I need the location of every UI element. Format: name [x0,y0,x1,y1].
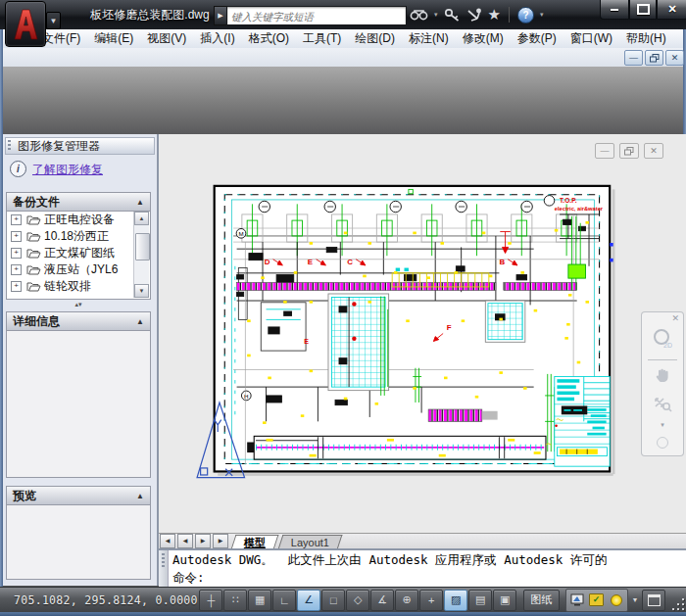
drawing-status-check-icon[interactable]: ✓ [589,592,605,608]
expand-icon[interactable]: + [11,214,22,225]
learn-recovery-link[interactable]: 了解图形修复 [32,162,103,178]
pan-hand-icon[interactable] [654,366,671,388]
expand-icon[interactable]: + [11,248,22,259]
doc-minimize-icon[interactable]: — [624,50,643,66]
tree-scrollbar[interactable]: ▲ ▼ [133,212,149,298]
transparency-button[interactable]: ▨ [444,590,467,611]
app-menu-caret[interactable]: ▼ [46,12,61,29]
help-icon[interactable]: ? [517,7,534,24]
backup-files-header[interactable]: 备份文件 ▲ [6,192,151,212]
dynamic-ucs-button[interactable]: ⊕ [395,590,418,611]
autocad-app-button[interactable] [5,1,46,47]
close-button[interactable]: ✕ [657,0,686,20]
section-letter: D [265,258,270,266]
menu-view[interactable]: 视图(V) [140,29,193,48]
command-grip[interactable] [159,550,169,587]
help-search-box[interactable] [226,6,407,25]
navbar-menu-icon[interactable] [657,437,668,449]
resize-grip[interactable] [671,596,684,610]
expand-icon[interactable]: + [11,281,22,292]
grid-button[interactable]: ▦ [248,590,271,611]
panel-splitter[interactable]: ▴▾ [6,300,151,310]
search-input[interactable] [227,8,406,25]
help-caret-icon[interactable]: ▾ [540,11,544,19]
command-line[interactable]: Autodesk DWG。 此文件上次由 Autodesk 应用程序或 Auto… [159,548,686,587]
keytip-icon[interactable] [444,8,461,23]
tree-item[interactable]: + 10.18汾西正 [7,228,150,245]
title-expand-icon[interactable]: ▶ [214,6,227,25]
menu-window[interactable]: 窗口(W) [564,29,619,48]
expand-icon[interactable]: + [11,264,22,275]
drawing-monitor-icon[interactable] [569,592,585,608]
annotation-bulb-icon[interactable] [609,592,624,608]
navbar-close-icon[interactable]: ✕ [667,312,683,324]
doc-minimize-icon[interactable]: — [595,143,614,159]
quickprops-icon: ▤ [475,593,485,606]
tree-item[interactable]: + 液压站（JYL6 [7,261,150,278]
navbar-caret-icon[interactable]: ▾ [661,421,664,429]
details-header[interactable]: 详细信息 ▲ [6,311,151,331]
menu-tools[interactable]: 工具(T) [296,29,348,48]
menu-bar: 文件(F) 编辑(E) 视图(V) 插入(I) 格式(O) 工具(T) 绘图(D… [3,29,683,48]
doc-restore-icon[interactable] [619,143,639,159]
ortho-button[interactable]: ∟ [272,590,296,611]
communication-center-icon[interactable] [466,8,482,23]
paper-model-toggle-button[interactable]: 图纸 [523,590,559,611]
osnap-button[interactable]: □ [321,590,345,611]
selection-cycling-button[interactable]: ▣ [493,590,516,611]
doc-restore-icon[interactable] [645,50,663,66]
collapse-arrow-icon[interactable]: ▲ [136,492,144,500]
search-icon[interactable] [410,9,428,22]
search-caret-icon[interactable]: ▾ [434,11,438,19]
panel-grip[interactable] [8,140,11,151]
tab-model[interactable]: 模型 [231,535,279,549]
scroll-down-icon[interactable]: ▼ [134,284,149,298]
minimize-button[interactable] [600,0,629,20]
panel-title[interactable]: 图形修复管理器 [5,137,155,155]
menu-parametric[interactable]: 参数(P) [511,29,564,48]
menu-format[interactable]: 格式(O) [242,29,296,48]
window-border-bottom [0,612,686,616]
polar-tracking-button[interactable]: ∠ [297,590,320,611]
tree-item[interactable]: + 链轮双排 [7,278,150,295]
menu-modify[interactable]: 修改(M) [456,29,511,48]
favorites-star-icon[interactable]: ★ [488,6,501,24]
osnap-3d-button[interactable]: ◇ [346,590,369,611]
collapse-arrow-icon[interactable]: ▲ [136,317,144,326]
snap-button[interactable]: ∷ [223,590,247,611]
quick-properties-button[interactable]: ▤ [468,590,492,611]
prev-tab-icon[interactable]: ◀ [177,534,193,548]
dynamic-input-button[interactable]: + [419,590,443,611]
scroll-up-icon[interactable]: ▲ [134,212,149,225]
menu-edit[interactable]: 编辑(E) [87,29,140,48]
clean-screen-button[interactable] [642,590,664,611]
tree-item[interactable]: + 正文煤矿图纸 [7,245,150,261]
collapse-arrow-icon[interactable]: ▲ [136,198,144,207]
tree-item[interactable]: + 正旺电控设备 [7,212,150,228]
first-tab-icon[interactable]: ◀ [160,534,175,548]
scrollbar-thumb[interactable] [135,233,150,261]
expand-icon[interactable]: + [11,231,22,242]
polar-icon: ∠ [304,593,314,606]
next-tab-icon[interactable]: ▶ [195,534,211,548]
command-prompt[interactable]: 命令: [172,570,205,587]
doc-close-icon[interactable]: ✕ [644,143,663,159]
maximize-button[interactable] [629,0,657,20]
steering-wheel-icon[interactable]: 2D [652,328,673,354]
last-tab-icon[interactable]: ▶ [213,534,228,548]
toolbar-row [3,48,683,68]
zoom-icon[interactable] [653,396,672,417]
menu-insert[interactable]: 插入(I) [193,29,241,48]
menu-help[interactable]: 帮助(H) [619,29,673,48]
doc-close-icon[interactable]: ✕ [665,50,684,66]
otrack-button[interactable]: ∡ [370,590,394,611]
status-menu-caret-icon[interactable]: ▼ [632,596,639,603]
section-letter: B [499,258,505,266]
menu-draw[interactable]: 绘图(D) [348,29,402,48]
infer-constraints-button[interactable]: ┼ [199,590,222,611]
drawing-canvas[interactable]: — ✕ [159,134,686,533]
menu-dimension[interactable]: 标注(N) [402,29,456,48]
navigation-bar[interactable]: ✕ 2D ▾ [641,311,684,456]
tab-layout1[interactable]: Layout1 [278,535,343,549]
preview-header[interactable]: 预览 ▲ [6,486,151,505]
